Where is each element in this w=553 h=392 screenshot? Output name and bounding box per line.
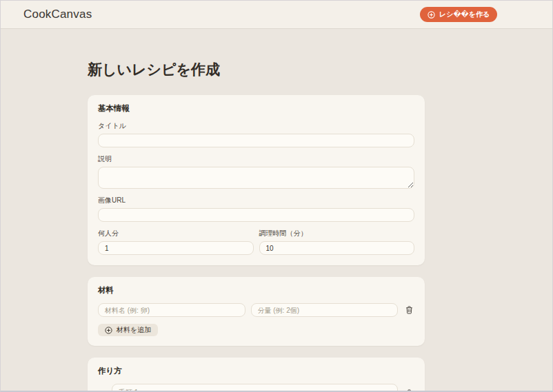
step-row: 1.	[98, 384, 414, 392]
description-textarea[interactable]	[98, 167, 414, 189]
ingredient-name-input[interactable]	[98, 303, 245, 317]
trash-icon	[405, 389, 413, 392]
trash-icon	[405, 306, 413, 314]
create-recipe-button-label: レシ��を作る	[439, 10, 490, 19]
circle-plus-icon	[105, 327, 112, 334]
circle-plus-icon	[428, 11, 435, 19]
ingredient-amount-input[interactable]	[251, 303, 399, 317]
image-url-input[interactable]	[98, 208, 414, 222]
cook-time-field: 調理時間（分）	[259, 229, 415, 255]
page-title: 新しいレシピを作成	[88, 60, 425, 79]
ingredient-row	[98, 303, 414, 317]
cook-time-input[interactable]	[259, 241, 415, 255]
app-window: CookCanvas レシ��を作る 新しいレシピを作成 基本情報 タイトル 説…	[0, 0, 553, 392]
recipe-form: 新しいレシピを作成 基本情報 タイトル 説明 画像URL 何人分	[88, 30, 425, 392]
title-field: タイトル	[98, 121, 414, 147]
servings-time-row: 何人分 調理時間（分）	[98, 229, 414, 255]
add-ingredient-button-label: 材料を追加	[117, 325, 151, 335]
description-label: 説明	[98, 154, 414, 164]
servings-field: 何人分	[98, 229, 254, 255]
description-field: 説明	[98, 154, 414, 189]
basic-info-card: 基本情報 タイトル 説明 画像URL 何人分 調理時間（分）	[88, 95, 425, 265]
app-header: CookCanvas レシ��を作る	[1, 1, 552, 29]
image-url-label: 画像URL	[98, 196, 414, 205]
servings-input[interactable]	[98, 241, 254, 255]
cook-time-label: 調理時間（分）	[259, 229, 415, 238]
ingredients-card: 材料	[88, 277, 425, 346]
steps-card: 作り方 1.	[88, 358, 425, 392]
title-input[interactable]	[98, 134, 414, 147]
steps-heading: 作り方	[98, 366, 414, 376]
servings-label: 何人分	[98, 229, 254, 238]
delete-step-button[interactable]	[403, 388, 414, 392]
ingredients-heading: 材料	[98, 285, 414, 296]
image-url-field: 画像URL	[98, 196, 414, 222]
create-recipe-button[interactable]: レシ��を作る	[420, 7, 497, 22]
basic-info-heading: 基本情報	[98, 103, 414, 114]
add-ingredient-button[interactable]: 材料を追加	[98, 324, 158, 336]
delete-ingredient-button[interactable]	[403, 305, 414, 316]
app-title: CookCanvas	[23, 8, 92, 21]
step-textarea[interactable]	[112, 384, 398, 392]
step-number: 1.	[98, 384, 106, 392]
title-label: タイトル	[98, 121, 414, 131]
